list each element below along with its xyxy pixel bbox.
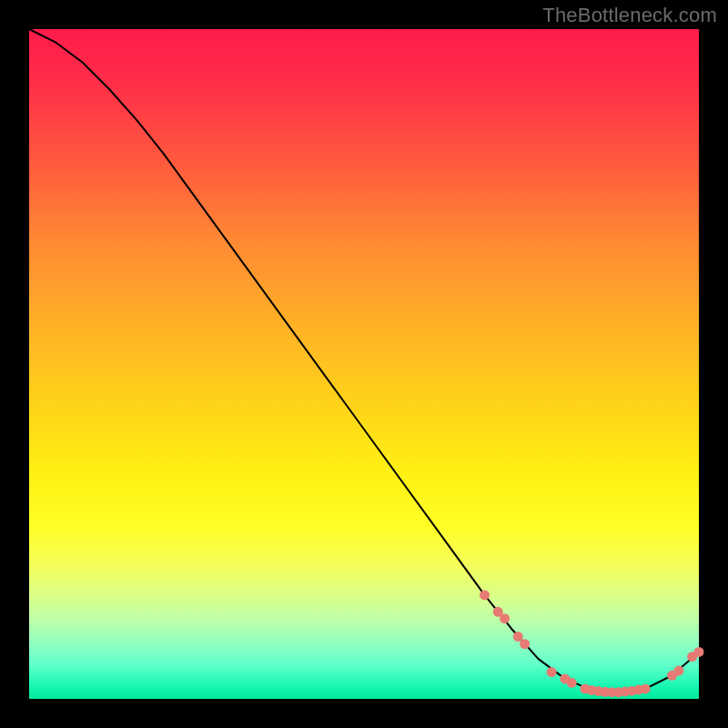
chart-svg <box>29 29 699 699</box>
marker-group <box>480 590 704 697</box>
bottleneck-curve <box>29 29 699 693</box>
data-marker <box>641 683 651 693</box>
data-marker <box>513 632 523 642</box>
watermark-text: TheBottleneck.com <box>542 4 717 27</box>
data-marker <box>694 647 704 657</box>
chart-frame: TheBottleneck.com <box>0 0 728 728</box>
data-marker <box>567 678 577 688</box>
data-marker <box>500 613 510 623</box>
data-marker <box>480 590 490 600</box>
data-marker <box>520 639 530 649</box>
data-marker <box>673 666 683 676</box>
data-marker <box>547 667 557 677</box>
plot-area <box>29 29 699 699</box>
